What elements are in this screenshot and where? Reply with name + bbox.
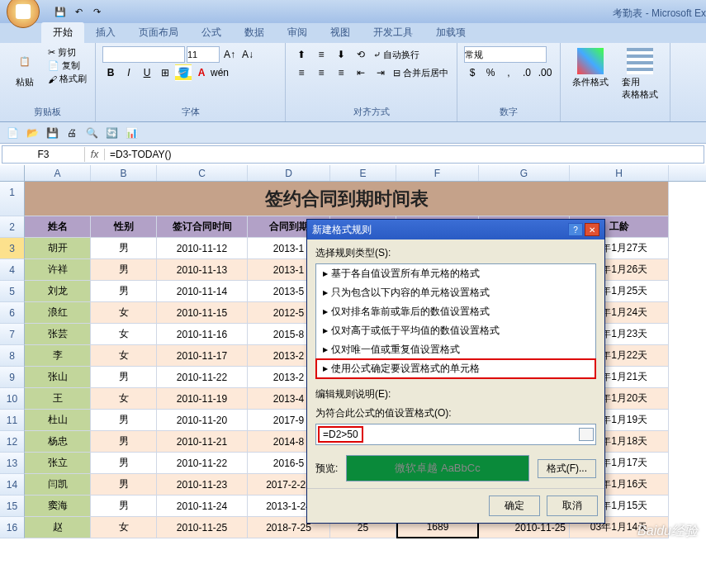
row-number[interactable]: 14 (0, 474, 25, 496)
cell-name[interactable]: 王 (25, 388, 91, 410)
tab-view[interactable]: 视图 (319, 22, 362, 43)
align-top-icon[interactable]: ⬆ (292, 46, 310, 63)
format-button[interactable]: 格式(F)... (538, 459, 596, 478)
cell-name[interactable]: 赵 (25, 517, 91, 538)
cell-sign-date[interactable]: 2010-11-22 (157, 367, 248, 388)
cell-gender[interactable]: 男 (91, 410, 157, 431)
row-number[interactable]: 15 (0, 496, 25, 517)
cell-gender[interactable]: 男 (91, 281, 157, 302)
cell-sign-date[interactable]: 2010-11-13 (157, 259, 248, 281)
indent-inc-icon[interactable]: ⇥ (372, 64, 390, 81)
cell-name[interactable]: 李 (25, 345, 91, 367)
tab-home[interactable]: 开始 (41, 22, 84, 43)
cut-button[interactable]: ✂剪切 (46, 46, 88, 59)
cell-sign-date[interactable]: 2010-11-22 (157, 453, 248, 474)
conditional-format-button[interactable]: 条件格式 (567, 46, 614, 90)
dec-decimal-icon[interactable]: .00 (537, 64, 553, 81)
refresh-icon[interactable]: 🔄 (102, 124, 121, 142)
align-bottom-icon[interactable]: ⬇ (332, 46, 350, 63)
merge-center-button[interactable]: ⊟合并后居中 (391, 67, 450, 79)
cell-name[interactable]: 窦海 (25, 496, 91, 517)
cell-name[interactable]: 许祥 (25, 259, 91, 281)
cell-sign-date[interactable]: 2010-11-15 (157, 302, 248, 324)
font-family-select[interactable] (102, 46, 185, 63)
cancel-button[interactable]: 取消 (547, 496, 598, 516)
phonetic-button[interactable]: wén (211, 64, 228, 81)
rule-type-item[interactable]: 仅对高于或低于平均值的数值设置格式 (316, 321, 595, 340)
cell-gender[interactable]: 男 (91, 431, 157, 453)
row-number[interactable]: 16 (0, 517, 25, 538)
sheet-title[interactable]: 签约合同到期时间表 (25, 182, 669, 216)
tab-review[interactable]: 审阅 (276, 22, 319, 43)
header-cell[interactable]: 签订合同时间 (157, 216, 248, 238)
redo-icon[interactable]: ↷ (89, 4, 104, 19)
col-header[interactable]: C (157, 165, 248, 181)
name-box[interactable]: F3 (2, 147, 85, 162)
cell-name[interactable]: 张山 (25, 367, 91, 388)
row-number[interactable]: 13 (0, 453, 25, 474)
col-header[interactable]: H (570, 165, 669, 181)
cell-gender[interactable]: 男 (91, 238, 157, 259)
cell-name[interactable]: 闫凯 (25, 474, 91, 496)
rule-formula-input[interactable]: =D2>50 (318, 426, 363, 443)
col-header[interactable]: F (396, 165, 479, 181)
range-picker-icon[interactable] (579, 428, 594, 441)
tab-data[interactable]: 数据 (233, 22, 276, 43)
select-all-corner[interactable] (0, 165, 25, 181)
tab-dev[interactable]: 开发工具 (362, 22, 424, 43)
rule-type-item[interactable]: 只为包含以下内容的单元格设置格式 (316, 283, 595, 302)
cell-sign-date[interactable]: 2010-11-25 (157, 517, 248, 538)
cell-sign-date[interactable]: 2010-11-12 (157, 238, 248, 259)
save-icon[interactable]: 💾 (53, 4, 68, 19)
chart-icon[interactable]: 📊 (122, 124, 140, 142)
copy-button[interactable]: 📄复制 (46, 59, 88, 72)
cell-sign-date[interactable]: 2010-11-19 (157, 388, 248, 410)
align-center-icon[interactable]: ≡ (312, 64, 330, 81)
cell-gender[interactable]: 男 (91, 453, 157, 474)
close-icon[interactable]: ✕ (585, 223, 599, 236)
rule-type-item[interactable]: 仅对唯一值或重复值设置格式 (316, 340, 595, 359)
tab-layout[interactable]: 页面布局 (127, 22, 190, 43)
inc-decimal-icon[interactable]: .0 (519, 64, 535, 81)
new-icon[interactable]: 📄 (3, 124, 21, 142)
cell-name[interactable]: 杨忠 (25, 431, 91, 453)
dialog-title-bar[interactable]: 新建格式规则 ? ✕ (307, 220, 604, 239)
cell-gender[interactable]: 男 (91, 496, 157, 517)
tab-formulas[interactable]: 公式 (190, 22, 233, 43)
currency-icon[interactable]: $ (464, 64, 481, 81)
paste-button[interactable]: 📋 粘贴 (7, 46, 43, 90)
rule-type-item-selected[interactable]: 使用公式确定要设置格式的单元格 (316, 359, 595, 378)
print-icon[interactable]: 🖨 (63, 124, 81, 142)
cell-name[interactable]: 张芸 (25, 324, 91, 345)
undo-icon[interactable]: ↶ (71, 4, 86, 19)
row-number[interactable]: 3 (0, 238, 25, 259)
cell-gender[interactable]: 男 (91, 474, 157, 496)
table-format-button[interactable]: 套用 表格格式 (617, 46, 663, 102)
cell-sign-date[interactable]: 2010-11-23 (157, 474, 248, 496)
col-header[interactable]: G (479, 165, 570, 181)
header-cell[interactable]: 性别 (91, 216, 157, 238)
comma-icon[interactable]: , (500, 64, 517, 81)
cell-sign-date[interactable]: 2010-11-17 (157, 345, 248, 367)
bold-button[interactable]: B (102, 64, 119, 81)
row-number[interactable]: 5 (0, 281, 25, 302)
cell-sign-date[interactable]: 2010-11-20 (157, 410, 248, 431)
font-size-select[interactable] (187, 46, 220, 63)
cell-gender[interactable]: 女 (91, 388, 157, 410)
wrap-text-button[interactable]: ⤶自动换行 (372, 49, 421, 61)
cell-gender[interactable]: 女 (91, 345, 157, 367)
cell-sign-date[interactable]: 2010-11-24 (157, 496, 248, 517)
row-number[interactable]: 8 (0, 345, 25, 367)
align-right-icon[interactable]: ≡ (332, 64, 350, 81)
align-left-icon[interactable]: ≡ (292, 64, 310, 81)
rule-type-item[interactable]: 仅对排名靠前或靠后的数值设置格式 (316, 302, 595, 321)
rule-type-item[interactable]: 基于各自值设置所有单元格的格式 (316, 264, 595, 283)
cell-name[interactable]: 杜山 (25, 410, 91, 431)
format-painter-button[interactable]: 🖌格式刷 (46, 73, 88, 85)
row-number[interactable]: 7 (0, 324, 25, 345)
row-number[interactable]: 10 (0, 388, 25, 410)
decrease-font-icon[interactable]: A↓ (239, 46, 256, 63)
row-number[interactable]: 4 (0, 259, 25, 281)
percent-icon[interactable]: % (482, 64, 499, 81)
align-middle-icon[interactable]: ≡ (312, 46, 330, 63)
